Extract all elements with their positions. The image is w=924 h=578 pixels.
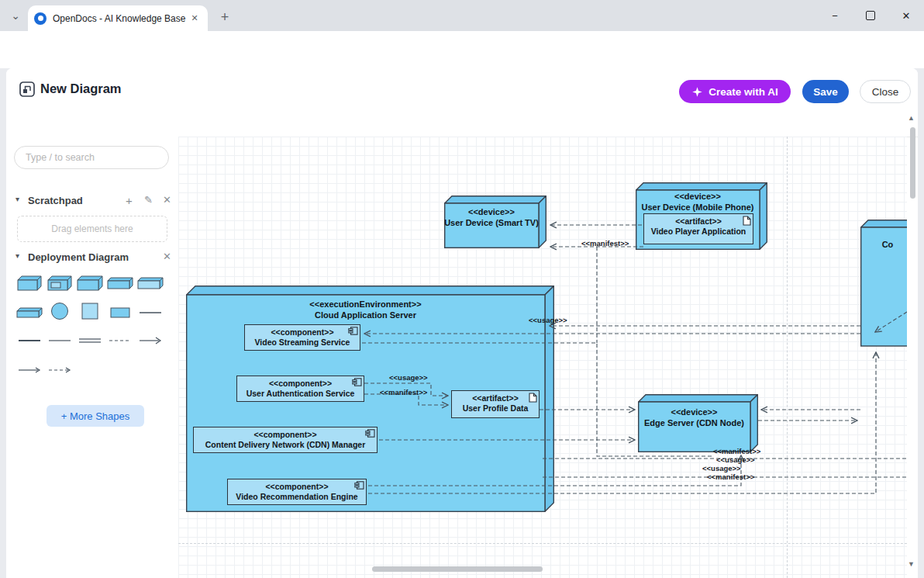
node-name: User Device (Mobile Phone) [636,202,760,213]
component-name: User Authentication Service [237,389,364,399]
horizontal-scrollbar-thumb[interactable] [372,566,543,572]
edge-label-manifest: <<manifest>> [581,239,629,247]
scratchpad-close-icon[interactable]: ✕ [163,194,171,206]
edge-label-usage: <<usage>> [716,455,755,464]
browser-tab[interactable]: OpenDocs - AI Knowledge Base ✕ [28,5,208,31]
scratchpad-add-icon[interactable]: + [126,194,133,207]
component-user-auth[interactable]: <<component>> User Authentication Servic… [236,376,364,402]
address-bar: ← → ↻ ai-toolbox.visual-paradigm.com/app… [0,31,924,68]
component-icon [348,327,358,335]
app-logo-icon [19,81,36,98]
palette-shape-wide-node[interactable] [76,273,104,293]
artifact-name: Video Player Application [644,227,753,237]
edge-label-manifest: <<manifest>> [707,472,754,481]
node-partial-right[interactable]: Co [860,220,907,347]
palette-shape-flat-node[interactable] [106,273,134,293]
palette-connector-line[interactable] [16,331,43,351]
opendocs-app: New Diagram Create with AI Save Close 95… [6,68,918,578]
scratchpad-edit-icon[interactable]: ✎ [144,194,153,206]
page-boundary-horizontal [178,543,907,544]
palette-shape-line[interactable] [136,303,164,323]
artifact-icon [743,216,751,226]
component-stereotype: <<component>> [237,379,364,389]
component-stereotype: <<component>> [245,327,360,337]
component-name: Video Recommendation Engine [228,492,366,502]
palette-connector-arrow-2[interactable] [16,360,43,380]
palette-shape-circle[interactable] [46,301,74,321]
new-tab-button[interactable]: + [215,8,234,26]
node-stereotype: <<device>> [636,192,760,202]
edge-label-usage: <<usage>> [529,316,567,324]
node-stereotype: <<device>> [638,407,750,418]
component-icon [354,481,364,490]
save-button[interactable]: Save [802,80,849,103]
palette-shape-node[interactable] [16,273,43,293]
node-smart-tv[interactable]: <<device>> User Device (Smart TV) [444,196,546,248]
edge-label-usage: <<usage>> [702,464,741,472]
browser-window: ⌄ OpenDocs - AI Knowledge Base ✕ + − ✕ ←… [0,0,924,578]
create-with-ai-button[interactable]: Create with AI [679,80,791,103]
edge-label-manifest: <<manifest>> [713,447,760,455]
scratchpad-section-header: ▾ Scratchpad + ✎ ✕ [6,194,178,209]
window-close-button[interactable]: ✕ [888,0,924,31]
diagram-canvas[interactable]: <<device>> User Device (Smart TV) <<devi… [178,137,907,578]
scratchpad-title: Scratchpad [28,195,83,206]
diagram-toolbar: 95%▾ ↶ ↷ [6,112,918,137]
component-stereotype: <<component>> [228,482,366,492]
window-maximize-button[interactable] [853,0,888,31]
palette-connector-arrow[interactable] [136,331,164,351]
scroll-down-icon[interactable]: ▼ [908,560,915,568]
node-name: Co [860,240,907,251]
palette-connector-double[interactable] [76,331,104,351]
edge-label-manifest: <<manifest>> [380,388,427,396]
node-stereotype: <<device>> [444,207,539,218]
node-name: Cloud Application Server [186,310,545,321]
chevron-down-icon[interactable]: ▾ [16,251,19,260]
palette-title: Deployment Diagram [28,251,129,263]
scroll-up-icon[interactable]: ▲ [908,114,915,122]
palette-shape-node-instance[interactable] [46,273,74,293]
tab-close-icon[interactable]: ✕ [188,12,202,26]
artifact-stereotype: <<artifact>> [452,393,539,403]
component-icon [352,378,362,386]
search-input[interactable] [14,146,169,169]
more-shapes-button[interactable]: + More Shapes [47,405,144,427]
palette-close-icon[interactable]: ✕ [163,251,171,262]
component-video-reco[interactable]: <<component>> Video Recommendation Engin… [227,479,367,505]
node-stereotype: <<executionEnvironment>> [186,299,545,310]
palette-shape-flat-node-2[interactable] [136,273,164,293]
tab-strip: ⌄ OpenDocs - AI Knowledge Base ✕ + − ✕ [0,0,924,31]
component-cdn-manager[interactable]: <<component>> Content Delivery Network (… [193,427,378,453]
component-stereotype: <<component>> [194,430,377,440]
artifact-icon [529,393,537,403]
sparkle-icon [691,86,703,98]
artifact-video-player[interactable]: <<artifact>> Video Player Application [643,213,753,244]
page-title: New Diagram [40,81,122,96]
page-boundary-vertical [787,137,788,578]
node-mobile-phone[interactable]: <<device>> User Device (Mobile Phone) <<… [636,182,767,250]
node-edge-server[interactable]: <<device>> Edge Server (CDN Node) [638,394,758,452]
shape-sidebar: ▾ Scratchpad + ✎ ✕ Drag elements here ▾ … [6,137,179,578]
scratchpad-dropzone[interactable]: Drag elements here [17,216,167,242]
artifact-user-profile[interactable]: <<artifact>> User Profile Data [451,390,540,418]
node-name: User Device (Smart TV) [444,218,539,229]
chevron-down-icon[interactable]: ▾ [16,195,19,203]
artifact-stereotype: <<artifact>> [644,216,753,227]
tab-search-chevron-icon[interactable]: ⌄ [6,6,25,25]
palette-section-header: ▾ Deployment Diagram ✕ [6,251,178,266]
component-video-streaming[interactable]: <<component>> Video Streaming Service [244,324,360,351]
palette-shape-square[interactable] [76,301,104,321]
edge-label-usage: <<usage>> [389,373,428,382]
palette-connector-thin[interactable] [46,331,74,351]
component-name: Content Delivery Network (CDN) Manager [194,440,377,450]
palette-shape-rect[interactable] [106,303,134,323]
palette-connector-dashed[interactable] [106,331,134,351]
window-minimize-button[interactable]: − [817,0,853,31]
close-button[interactable]: Close [860,80,911,103]
palette-shape-flat-node-3[interactable] [16,303,43,323]
component-icon [365,429,375,438]
node-name: Edge Server (CDN Node) [638,418,750,429]
palette-connector-arrow-3[interactable] [46,360,74,380]
site-favicon [34,12,47,25]
vertical-scrollbar-thumb[interactable] [910,127,915,199]
